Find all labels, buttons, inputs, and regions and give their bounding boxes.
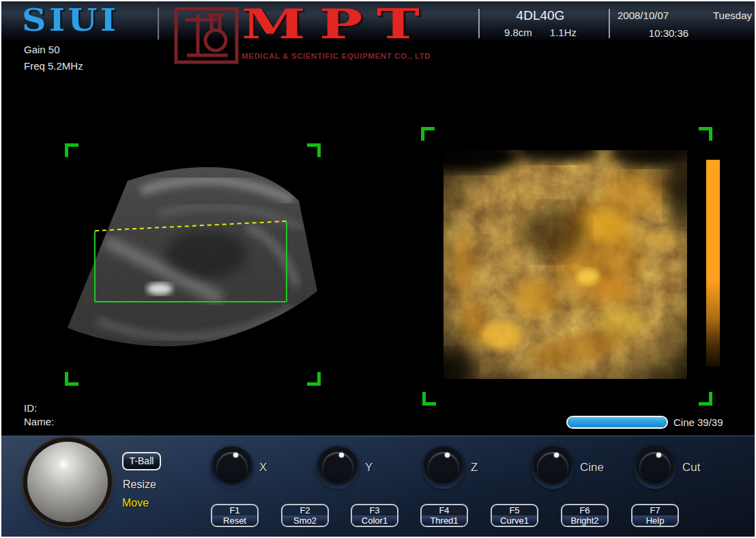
bracket-topright-icon [307, 143, 321, 157]
z-knob[interactable] [422, 447, 465, 489]
fkey-label: Reset [212, 515, 257, 526]
fkey-number: F7 [633, 505, 678, 515]
knob-indicator-dot [554, 453, 559, 457]
fkey-number: F4 [422, 505, 467, 515]
divider [478, 9, 480, 38]
knob-face [639, 452, 671, 483]
cine-knob[interactable] [532, 447, 574, 489]
cut-knob-label: Cut [682, 461, 700, 475]
knob-indicator-dot [339, 453, 344, 457]
f1-reset-button[interactable]: F1 Reset [211, 504, 259, 527]
f6-bright2-button[interactable]: F6 Bright2 [561, 504, 609, 527]
time-value: 10:30:36 [617, 27, 720, 39]
siui-logo: SIUI [22, 3, 119, 38]
tball-button[interactable]: T-Ball [122, 452, 161, 470]
bracket-topleft-icon [421, 127, 435, 141]
probe-params: 9.8cm 1.1Hz [482, 27, 598, 38]
ultrasound-screen: SIUI MPT MEDICAL & SCIENTIFIC EQUIPMENT … [0, 0, 756, 538]
trackball[interactable] [27, 442, 108, 522]
y-knob[interactable] [317, 447, 359, 489]
trackball-mode-move: Move [122, 497, 149, 509]
date-value: 2008/10/07 [617, 10, 669, 21]
fkey-number: F5 [492, 505, 537, 515]
z-knob-label: Z [471, 461, 478, 475]
bracket-bottomright-icon [699, 392, 712, 406]
fkey-number: F3 [352, 505, 397, 515]
trackball-mode-resize: Resize [123, 479, 156, 491]
bracket-bottomright-icon [307, 372, 321, 386]
probe-model: 4DL40G [482, 8, 598, 23]
f2-smo2-button[interactable]: F2 Smo2 [281, 504, 329, 527]
divider [609, 9, 610, 38]
knob-indicator-dot [445, 453, 450, 457]
fkey-label: Help [633, 515, 678, 526]
render-colorbar [706, 160, 720, 367]
bracket-topleft-icon [65, 143, 78, 157]
frame-rate-value: 1.1Hz [550, 27, 577, 38]
patient-id-label: ID: [24, 402, 37, 414]
date-row: 2008/10/07 Tuesday [617, 10, 752, 21]
bracket-topright-icon [699, 127, 712, 141]
depth-value: 9.8cm [504, 27, 532, 38]
fkey-label: Color1 [352, 515, 397, 526]
cine-progress-bar[interactable] [566, 416, 668, 429]
flask-icon [173, 6, 239, 65]
bracket-bottomleft-icon [422, 392, 436, 406]
weekday-value: Tuesday [713, 10, 752, 21]
f7-help-button[interactable]: F7 Help [631, 504, 679, 527]
freq-readout: Freq 5.2MHz [24, 60, 83, 72]
f4-thred1-button[interactable]: F4 Thred1 [420, 504, 468, 527]
knob-face [428, 452, 459, 483]
y-knob-label: Y [365, 461, 373, 475]
divider [158, 8, 159, 40]
cut-knob[interactable] [634, 447, 676, 489]
bracket-bottomleft-icon [65, 372, 78, 386]
fkey-number: F1 [212, 505, 257, 515]
knob-face [537, 452, 568, 483]
mpt-logo: MPT [242, 1, 433, 46]
knob-indicator-dot [656, 453, 661, 457]
cine-progress-fill [568, 417, 667, 427]
fkey-number: F6 [562, 505, 607, 515]
x-knob[interactable] [211, 447, 253, 489]
fkey-label: Curve1 [492, 515, 537, 526]
knob-face [216, 452, 248, 483]
x-knob-label: X [259, 461, 267, 475]
knob-indicator-dot [233, 453, 238, 457]
patient-name-label: Name: [24, 416, 54, 427]
f3-color1-button[interactable]: F3 Color1 [351, 504, 398, 527]
fkey-label: Thred1 [422, 515, 467, 526]
fkey-label: Bright2 [562, 515, 607, 526]
fkey-label: Smo2 [282, 515, 328, 526]
render-3d-image [444, 150, 687, 379]
knob-face [322, 452, 353, 483]
roi-box [95, 221, 287, 302]
mpt-subtitle: MEDICAL & SCIENTIFIC EQUIPMENT CO., LTD [242, 52, 467, 60]
fkey-number: F2 [282, 505, 328, 515]
cine-counter: Cine 39/39 [673, 416, 723, 428]
cine-knob-label: Cine [580, 461, 604, 475]
f5-curve1-button[interactable]: F5 Curve1 [491, 504, 538, 527]
gain-readout: Gain 50 [24, 44, 60, 55]
